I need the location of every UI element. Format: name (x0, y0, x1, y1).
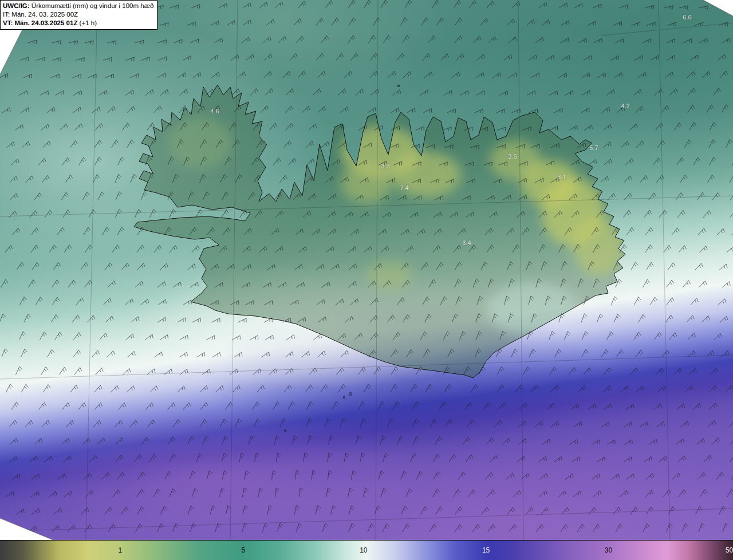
weather-map-page: 6.64.64.25.73.63.33.17.43.4 UWC/IG: Úrko… (0, 0, 733, 560)
product-code: UWC/IG: (3, 2, 30, 9)
product-title: UWC/IG: Úrkomumætti (mm) og vindur i 100… (3, 2, 153, 10)
map-title-box: UWC/IG: Úrkomumætti (mm) og vindur i 100… (0, 0, 157, 30)
map-overlay-svg (0, 0, 733, 541)
colorbar-tick: 50 (726, 546, 733, 554)
init-time: IT: Mán. 24. 03. 2025 00Z (3, 10, 153, 19)
colorbar-tick: 1 (119, 546, 123, 554)
colorbar-tick: 15 (482, 546, 490, 554)
colorbar-tick: 10 (360, 546, 367, 554)
colorbar-tick: 5 (242, 546, 246, 554)
precipitation-colorbar: 1510153050 (0, 540, 733, 560)
valid-time: VT: Mán. 24.03.2025 01Z (+1 h) (3, 19, 153, 27)
colorbar-tick: 30 (605, 546, 612, 554)
